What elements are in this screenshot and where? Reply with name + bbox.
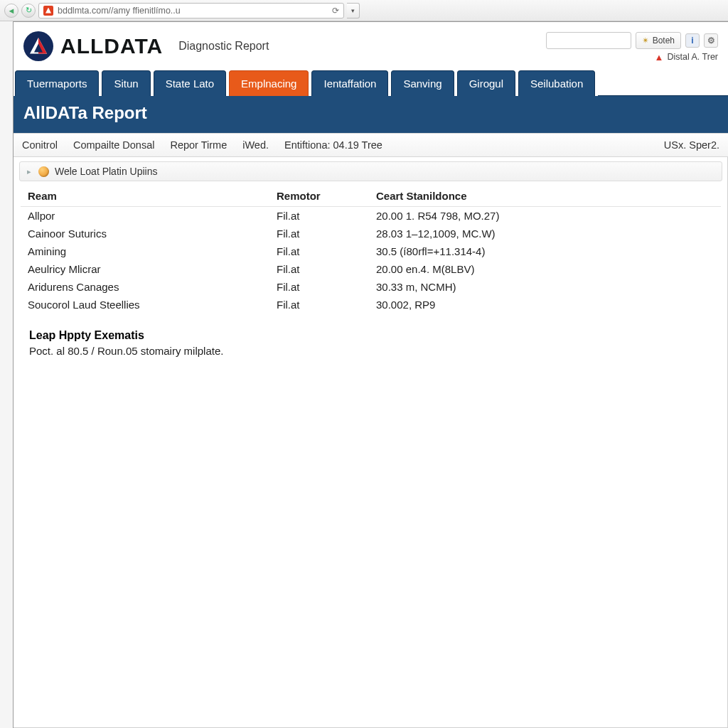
brand-logo-icon (23, 31, 53, 61)
header-subtitle: Diagnostic Report (178, 40, 269, 53)
tab-girogul[interactable]: Girogul (457, 70, 515, 96)
table-cell: 20.00 en.4. M(8LBV) (369, 260, 721, 278)
tab-emplnacing[interactable]: Emplnacing (229, 70, 309, 96)
app-header: ALLDATA Diagnostic Report ✴ Boteh i ⚙ ▲ … (14, 22, 728, 70)
secbar-item[interactable]: Entiftiona: 04.19 Tree (284, 139, 382, 151)
table-cell: Aridurens Canages (21, 278, 269, 296)
content-area: Ream Remotor Ceart Stanildonce AllporFil… (14, 181, 728, 357)
section-title: Leap Hppty Exematis (21, 314, 721, 345)
page-title: AllDATa Report (23, 103, 718, 123)
header-tools: ✴ Boteh i ⚙ (546, 32, 718, 49)
alert-icon (38, 166, 49, 177)
table-row[interactable]: Soucorol Laud SteelliesFil.at30.002, RP9 (21, 296, 721, 314)
report-table: Ream Remotor Ceart Stanildonce AllporFil… (21, 184, 721, 314)
col-header[interactable]: Remotor (269, 184, 369, 207)
table-cell: 30.002, RP9 (369, 296, 721, 314)
brand-logo: ALLDATA (23, 31, 163, 61)
reload-icon[interactable]: ⟳ (332, 6, 339, 16)
search-input[interactable] (546, 32, 631, 49)
table-cell: Fil.at (269, 296, 369, 314)
warning-icon: ▲ (655, 52, 664, 63)
header-warning-text: Distal A. Trer (667, 52, 718, 62)
tab-tuermaports[interactable]: Tuermaports (15, 70, 99, 96)
puzzle-icon: ✴ (642, 36, 649, 46)
tab-bar-filler (598, 70, 728, 96)
tab-state-lato[interactable]: State Lato (154, 70, 226, 96)
url-tools: ⟳ (332, 6, 339, 16)
table-row[interactable]: Cainoor SuturicsFil.at28.03 1–12,1009, M… (21, 225, 721, 242)
table-cell: Fil.at (269, 260, 369, 278)
table-cell: Cainoor Suturics (21, 225, 269, 242)
table-cell: Aeulricy Mlicrar (21, 260, 269, 278)
table-cell: 28.03 1–12,1009, MC.W) (369, 225, 721, 242)
table-cell: Amining (21, 242, 269, 260)
chevron-icon: ▸ (27, 167, 31, 176)
secbar-right: USx. Sper2. (664, 139, 719, 151)
settings-button[interactable]: ⚙ (704, 33, 718, 48)
table-cell: Fil.at (269, 207, 369, 225)
table-cell: Fil.at (269, 242, 369, 260)
app-window: ALLDATA Diagnostic Report ✴ Boteh i ⚙ ▲ … (13, 21, 728, 728)
table-row[interactable]: AminingFil.at30.5 (í80rfl=+11.314-4) (21, 242, 721, 260)
table-cell: Fil.at (269, 225, 369, 242)
extension-pill-label: Boteh (653, 36, 675, 46)
table-cell: Allpor (21, 207, 269, 225)
favicon-icon (43, 6, 53, 16)
table-cell: 30.33 m, NCMH) (369, 278, 721, 296)
extension-pill[interactable]: ✴ Boteh (636, 32, 681, 49)
secondary-bar: Conitrol Compailte Donsal Repor Tirme iW… (14, 133, 728, 157)
secbar-item[interactable]: Repor Tirme (170, 139, 227, 151)
browser-chrome: ◄ ↻ bddlmta.com//amy ffienitlímo..u ⟳ ▾ (0, 0, 728, 21)
page-title-band: AllDATa Report (14, 96, 728, 133)
tab-bar: Tuermaports Situn State Lato Emplnacing … (14, 70, 728, 96)
secbar-item[interactable]: iWed. (242, 139, 269, 151)
info-strip-text: Wele Loat Platin Upiins (55, 166, 157, 177)
table-row[interactable]: Aeulricy MlicrarFil.at20.00 en.4. M(8LBV… (21, 260, 721, 278)
table-row[interactable]: Aridurens CanagesFil.at30.33 m, NCMH) (21, 278, 721, 296)
secbar-item[interactable]: Conitrol (22, 139, 58, 151)
tab-sanving[interactable]: Sanving (391, 70, 454, 96)
table-cell: Soucorol Laud Steellies (21, 296, 269, 314)
info-strip[interactable]: ▸ Wele Loat Platin Upiins (19, 161, 722, 181)
tab-situn[interactable]: Situn (102, 70, 150, 96)
col-header[interactable]: Ream (21, 184, 269, 207)
table-cell: 20.00 1. R54 798, MO.27) (369, 207, 721, 225)
header-warning: ▲ Distal A. Trer (655, 52, 718, 63)
section-body: Poct. al 80.5 / Roun.05 stomairy milplat… (21, 345, 721, 357)
url-dropdown-button[interactable]: ▾ (347, 3, 360, 18)
nav-back-button[interactable]: ◄ (4, 4, 18, 18)
table-cell: 30.5 (í80rfl=+11.314-4) (369, 242, 721, 260)
secbar-item[interactable]: Compailte Donsal (73, 139, 154, 151)
url-text: bddlmta.com//amy ffienitlímo..u (58, 6, 328, 16)
tab-ientaffation[interactable]: Ientaffation (311, 70, 388, 96)
nav-refresh-button[interactable]: ↻ (21, 4, 36, 18)
brand-name: ALLDATA (60, 34, 163, 58)
url-bar[interactable]: bddlmta.com//amy ffienitlímo..u ⟳ (38, 3, 344, 18)
table-cell: Fil.at (269, 278, 369, 296)
tab-seilubation[interactable]: Seilubation (518, 70, 595, 96)
table-row[interactable]: AllporFil.at20.00 1. R54 798, MO.27) (21, 207, 721, 225)
header-right: ✴ Boteh i ⚙ ▲ Distal A. Trer (546, 31, 718, 63)
col-header[interactable]: Ceart Stanildonce (369, 184, 721, 207)
info-button[interactable]: i (685, 33, 700, 48)
